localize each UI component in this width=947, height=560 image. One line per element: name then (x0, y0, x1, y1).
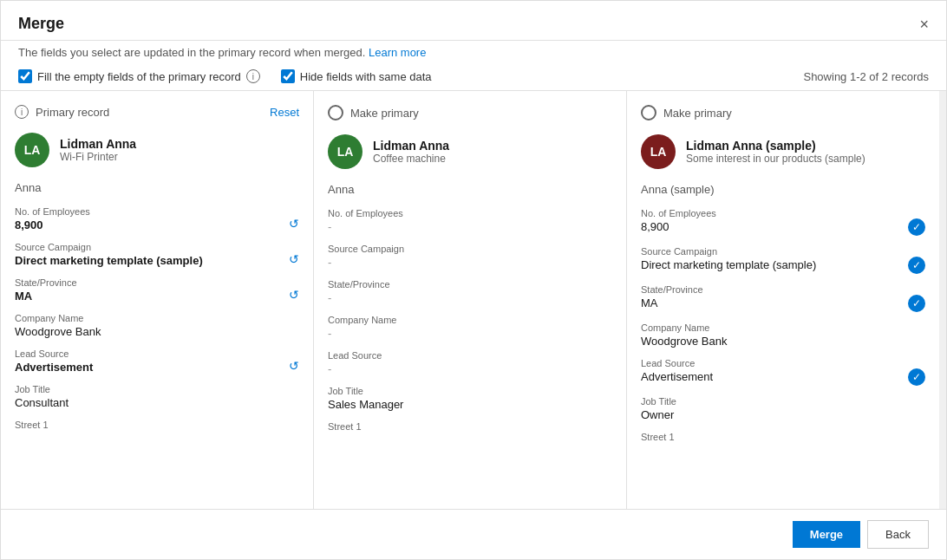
undo-icon-state[interactable]: ↺ (289, 288, 299, 302)
showing-count: Showing 1-2 of 2 records (803, 70, 929, 83)
undo-icon-employees[interactable]: ↺ (289, 217, 299, 231)
columns-container: i Primary record Reset LA Lidman Anna Wi… (1, 91, 946, 509)
col2-field-street: Street 1 (328, 421, 612, 432)
col3-record-sub: Some interest in our products (sample) (686, 153, 865, 165)
primary-record-card: LA Lidman Anna Wi-Fi Printer (15, 133, 299, 167)
primary-column: i Primary record Reset LA Lidman Anna Wi… (1, 91, 314, 509)
col3-record-name: Lidman Anna (sample) (686, 139, 865, 153)
col2-make-primary-radio[interactable] (328, 105, 343, 120)
primary-record-sub: Wi-Fi Printer (60, 151, 136, 163)
field-content: State/Province MA (15, 277, 282, 303)
fill-empty-label: Fill the empty fields of the primary rec… (37, 70, 241, 83)
primary-field-job-title: Job Title Consultant (15, 384, 299, 409)
field-content: No. of Employees 8,900 (641, 208, 908, 233)
col2-make-primary-label: Make primary (350, 107, 419, 120)
col3-field-state: State/Province MA (641, 284, 925, 312)
merge-button[interactable]: Merge (793, 521, 860, 548)
col2-field-state: State/Province - (328, 279, 612, 304)
col3-avatar: LA (641, 134, 676, 169)
dialog-header: Merge × (1, 1, 946, 41)
field-content: Source Campaign Direct marketing templat… (641, 246, 908, 271)
primary-avatar-initials: LA (24, 143, 41, 157)
col2-simple-name: Anna (328, 183, 612, 196)
check-icon-source-campaign[interactable] (908, 257, 925, 274)
fill-empty-option[interactable]: Fill the empty fields of the primary rec… (18, 69, 260, 83)
primary-field-source-campaign: Source Campaign Direct marketing templat… (15, 242, 299, 267)
field-content: State/Province MA (641, 284, 908, 309)
col3-record-card: LA Lidman Anna (sample) Some interest in… (641, 134, 925, 169)
back-button[interactable]: Back (867, 520, 929, 549)
col2-avatar-initials: LA (337, 145, 354, 159)
col2-column: Make primary LA Lidman Anna Coffee machi… (314, 91, 627, 509)
col3-field-source-campaign: Source Campaign Direct marketing templat… (641, 246, 925, 274)
dialog-subtitle: The fields you select are updated in the… (1, 41, 946, 62)
primary-field-state: State/Province MA ↺ (15, 277, 299, 303)
dialog-title: Merge (18, 15, 64, 33)
undo-icon-lead-source[interactable]: ↺ (289, 359, 299, 373)
col3-column-header: Make primary (641, 105, 925, 120)
col3-record-info: Lidman Anna (sample) Some interest in ou… (686, 139, 865, 165)
reset-link[interactable]: Reset (270, 106, 299, 119)
learn-more-link[interactable]: Learn more (369, 46, 426, 59)
col3-make-primary-label: Make primary (663, 107, 732, 120)
primary-simple-name: Anna (15, 181, 299, 194)
primary-record-info: Lidman Anna Wi-Fi Printer (60, 137, 136, 163)
col2-column-header: Make primary (328, 105, 612, 120)
col2-field-employees: No. of Employees - (328, 208, 612, 233)
col3-make-primary-radio[interactable] (641, 105, 656, 120)
fill-empty-checkbox[interactable] (18, 69, 32, 83)
subtitle-text: The fields you select are updated in the… (18, 46, 365, 59)
col3-avatar-initials: LA (650, 145, 667, 159)
hide-same-option[interactable]: Hide fields with same data (281, 69, 432, 83)
options-bar: Fill the empty fields of the primary rec… (1, 62, 946, 91)
dialog-footer: Merge Back (1, 509, 946, 559)
col3-field-street: Street 1 (641, 432, 925, 442)
hide-same-checkbox[interactable] (281, 69, 295, 83)
field-content: Lead Source Advertisement (15, 348, 282, 374)
merge-dialog: Merge × The fields you select are update… (0, 0, 947, 560)
col2-field-lead-source: Lead Source - (328, 350, 612, 375)
check-icon-state[interactable] (908, 295, 925, 312)
col2-field-job-title: Job Title Sales Manager (328, 386, 612, 411)
col2-record-info: Lidman Anna Coffee machine (373, 139, 449, 165)
check-icon-lead-source[interactable] (908, 368, 925, 386)
primary-field-lead-source: Lead Source Advertisement ↺ (15, 348, 299, 374)
col3-field-job-title: Job Title Owner (641, 396, 925, 421)
hide-same-label: Hide fields with same data (300, 70, 432, 83)
col2-record-sub: Coffee machine (373, 153, 449, 165)
fill-empty-info-icon: i (246, 69, 260, 83)
check-icon-employees[interactable] (908, 218, 925, 236)
col2-field-company: Company Name - (328, 315, 612, 340)
col2-record-name: Lidman Anna (373, 139, 449, 153)
primary-record-name: Lidman Anna (60, 137, 136, 151)
col2-field-source-campaign: Source Campaign - (328, 244, 612, 269)
primary-avatar: LA (15, 133, 49, 167)
scrollbar-track (939, 91, 946, 509)
col3-field-company: Company Name Woodgrove Bank (641, 322, 925, 348)
primary-info-icon: i (15, 105, 29, 119)
primary-column-header: i Primary record Reset (15, 105, 299, 119)
field-content: Source Campaign Direct marketing templat… (15, 242, 282, 267)
col2-avatar: LA (328, 134, 362, 169)
col3-field-employees: No. of Employees 8,900 (641, 208, 925, 236)
close-button[interactable]: × (919, 16, 929, 32)
primary-field-employees: No. of Employees 8,900 ↺ (15, 206, 299, 231)
primary-label: Primary record (36, 106, 109, 119)
primary-field-company: Company Name Woodgrove Bank (15, 313, 299, 338)
field-content: No. of Employees 8,900 (15, 206, 282, 231)
primary-field-street: Street 1 (15, 420, 299, 430)
col3-field-lead-source: Lead Source Advertisement (641, 358, 925, 386)
options-left: Fill the empty fields of the primary rec… (18, 69, 432, 83)
col3-column: Make primary LA Lidman Anna (sample) Som… (627, 91, 939, 509)
undo-icon-source-campaign[interactable]: ↺ (289, 252, 299, 266)
col2-record-card: LA Lidman Anna Coffee machine (328, 134, 612, 169)
col3-simple-name: Anna (sample) (641, 183, 925, 196)
field-content: Lead Source Advertisement (641, 358, 908, 383)
